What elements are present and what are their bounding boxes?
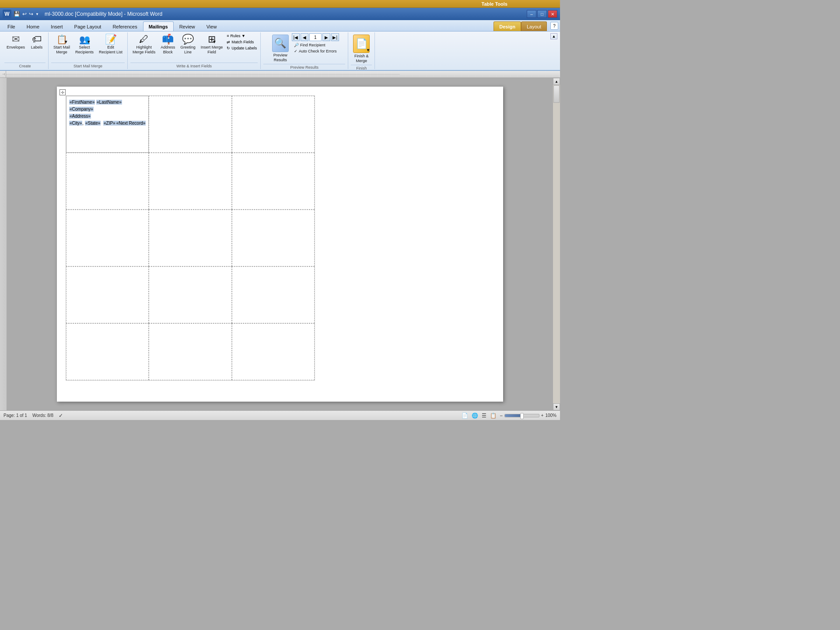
find-recipient-icon: 🔎 bbox=[294, 43, 299, 47]
update-labels-icon: ↻ bbox=[227, 46, 230, 50]
label-cell-3-0[interactable] bbox=[66, 266, 149, 323]
label-cell-2-1[interactable] bbox=[149, 210, 231, 266]
label-cell-4-0[interactable] bbox=[66, 323, 149, 380]
create-items: ✉ Envelopes 🏷 Labels bbox=[4, 33, 46, 63]
scroll-down-btn[interactable]: ▼ bbox=[553, 403, 560, 410]
label-cell-4-1[interactable] bbox=[149, 323, 231, 380]
match-fields-label: Match Fields bbox=[231, 40, 254, 44]
maximize-btn[interactable]: □ bbox=[537, 10, 547, 18]
label-cell-3-1[interactable] bbox=[149, 266, 231, 323]
start-mail-merge-btn[interactable]: 📋▼ Start MailMerge bbox=[51, 33, 72, 56]
nav-last-btn[interactable]: ▶| bbox=[331, 33, 339, 41]
tab-pagelayout[interactable]: Page Layout bbox=[69, 21, 107, 31]
view-draft-icon[interactable]: 📋 bbox=[490, 413, 497, 419]
table-tools-banner: Table Tools bbox=[0, 0, 560, 8]
tab-view[interactable]: View bbox=[201, 21, 223, 31]
view-outline-icon[interactable]: ☰ bbox=[482, 413, 486, 419]
label-cell-0-2[interactable] bbox=[232, 96, 315, 153]
finish-items: 📄▼ Finish &Merge bbox=[351, 33, 372, 65]
tab-home[interactable]: Home bbox=[21, 21, 45, 31]
preview-results-label: PreviewResults bbox=[273, 53, 287, 63]
view-normal-icon[interactable]: 📄 bbox=[462, 413, 468, 419]
label-grid-wrapper: ✛ «FirstName» «LastName» «Company» «Addr… bbox=[66, 95, 315, 381]
insert-merge-field-btn[interactable]: ⊞▼ Insert MergeField bbox=[199, 33, 225, 56]
field-city: «City» bbox=[69, 121, 82, 126]
ruler-svg bbox=[6, 71, 559, 77]
table-move-handle[interactable]: ✛ bbox=[60, 89, 66, 95]
zoom-thumb[interactable] bbox=[520, 413, 524, 419]
rules-btn[interactable]: ≡ Rules ▼ bbox=[226, 33, 258, 38]
redo-quick-btn[interactable]: ↪ bbox=[28, 10, 34, 18]
scroll-track[interactable] bbox=[553, 85, 560, 403]
envelopes-btn[interactable]: ✉ Envelopes bbox=[4, 33, 27, 51]
tab-review[interactable]: Review bbox=[174, 21, 201, 31]
startmailmerge-items: 📋▼ Start MailMerge 👥▼ SelectRecipients 📝… bbox=[51, 33, 125, 63]
auto-check-errors-btn[interactable]: ✓ Auto Check for Errors bbox=[293, 49, 338, 54]
close-btn[interactable]: ✕ bbox=[548, 10, 557, 18]
label-cell-2-0[interactable] bbox=[66, 210, 149, 266]
label-cell-1-2[interactable] bbox=[232, 153, 315, 210]
undo-quick-btn[interactable]: ↩ bbox=[22, 10, 27, 18]
ruler-body bbox=[6, 71, 559, 77]
collapse-ribbon-btn[interactable]: ▲ bbox=[550, 33, 557, 39]
label-grid: «FirstName» «LastName» «Company» «Addres… bbox=[66, 95, 315, 381]
ribbon-group-startmailmerge: 📋▼ Start MailMerge 👥▼ SelectRecipients 📝… bbox=[49, 32, 128, 69]
labels-btn[interactable]: 🏷 Labels bbox=[28, 33, 46, 51]
zoom-in-btn[interactable]: + bbox=[541, 413, 544, 418]
envelopes-label: Envelopes bbox=[7, 45, 25, 50]
highlight-merge-fields-btn[interactable]: 🖊 HighlightMerge Fields bbox=[130, 33, 158, 56]
nav-row1: |◀ ◀ ▶ ▶| bbox=[292, 33, 339, 41]
match-fields-btn[interactable]: ⇌ Match Fields bbox=[226, 39, 258, 45]
tab-references[interactable]: References bbox=[107, 21, 143, 31]
tab-insert[interactable]: Insert bbox=[45, 21, 69, 31]
label-cell-4-2[interactable] bbox=[232, 323, 315, 380]
zoom-slider[interactable] bbox=[504, 414, 539, 417]
tab-file[interactable]: File bbox=[2, 21, 21, 31]
greeting-line-icon: 💬 bbox=[182, 35, 194, 44]
tab-mailings[interactable]: Mailings bbox=[143, 21, 174, 31]
zoom-out-btn[interactable]: – bbox=[500, 413, 503, 418]
title-bar-controls: – □ ✕ bbox=[527, 10, 557, 18]
label-cell-2-2[interactable] bbox=[232, 210, 315, 266]
address-block-btn[interactable]: 📫 AddressBlock bbox=[158, 33, 177, 56]
label-cell-0-0[interactable]: «FirstName» «LastName» «Company» «Addres… bbox=[66, 96, 149, 153]
nav-prev-btn[interactable]: ◀ bbox=[301, 33, 308, 41]
finish-merge-label: Finish &Merge bbox=[354, 54, 369, 63]
find-recipient-label: Find Recipient bbox=[300, 43, 326, 47]
tab-design[interactable]: Design bbox=[494, 21, 521, 31]
label-cell-3-2[interactable] bbox=[232, 266, 315, 323]
edit-recipient-list-icon: 📝 bbox=[105, 35, 117, 44]
spell-check-icon[interactable]: ✓ bbox=[59, 413, 63, 419]
label-cell-1-1[interactable] bbox=[149, 153, 231, 210]
document-area: ✛ «FirstName» «LastName» «Company» «Addr… bbox=[0, 78, 560, 410]
select-recipients-icon: 👥▼ bbox=[79, 35, 90, 44]
ribbon-group-create: ✉ Envelopes 🏷 Labels Create bbox=[2, 32, 49, 69]
select-recipients-btn[interactable]: 👥▼ SelectRecipients bbox=[73, 33, 96, 56]
greeting-line-label: GreetingLine bbox=[180, 45, 196, 55]
save-quick-btn[interactable]: 💾 bbox=[13, 10, 21, 18]
minimize-btn[interactable]: – bbox=[527, 10, 536, 18]
label-content-0-0: «FirstName» «LastName» «Company» «Addres… bbox=[69, 99, 146, 127]
tab-layout[interactable]: Layout bbox=[521, 21, 547, 31]
update-labels-btn[interactable]: ↻ Update Labels bbox=[226, 46, 258, 51]
greeting-line-btn[interactable]: 💬 GreetingLine bbox=[178, 33, 198, 56]
page-number-input[interactable] bbox=[309, 33, 322, 41]
label-cell-0-1[interactable] bbox=[149, 96, 231, 153]
finish-merge-btn[interactable]: 📄▼ Finish &Merge bbox=[351, 33, 372, 65]
nav-next-btn[interactable]: ▶ bbox=[322, 33, 330, 41]
find-recipient-btn[interactable]: 🔎 Find Recipient bbox=[293, 42, 338, 48]
qa-dropdown[interactable]: ▼ bbox=[35, 12, 39, 17]
nav-first-btn[interactable]: |◀ bbox=[292, 33, 300, 41]
view-web-icon[interactable]: 🌐 bbox=[472, 413, 478, 419]
preview-results-btn[interactable]: 🔍 PreviewResults bbox=[270, 33, 291, 64]
nav-controls: |◀ ◀ ▶ ▶| 🔎 Find Recipient ✓ Auto Check … bbox=[292, 33, 339, 54]
ruler: ⊣ bbox=[0, 71, 560, 78]
right-scrollbar: ▲ ▼ bbox=[553, 78, 560, 410]
edit-recipient-list-btn[interactable]: 📝 EditRecipient List bbox=[97, 33, 125, 56]
help-btn[interactable]: ? bbox=[550, 22, 558, 30]
page-container: ✛ «FirstName» «LastName» «Company» «Addr… bbox=[7, 78, 553, 410]
scroll-thumb[interactable] bbox=[553, 85, 560, 103]
scroll-up-btn[interactable]: ▲ bbox=[553, 78, 560, 85]
highlight-merge-label: HighlightMerge Fields bbox=[133, 45, 155, 55]
label-cell-1-0[interactable] bbox=[66, 153, 149, 210]
